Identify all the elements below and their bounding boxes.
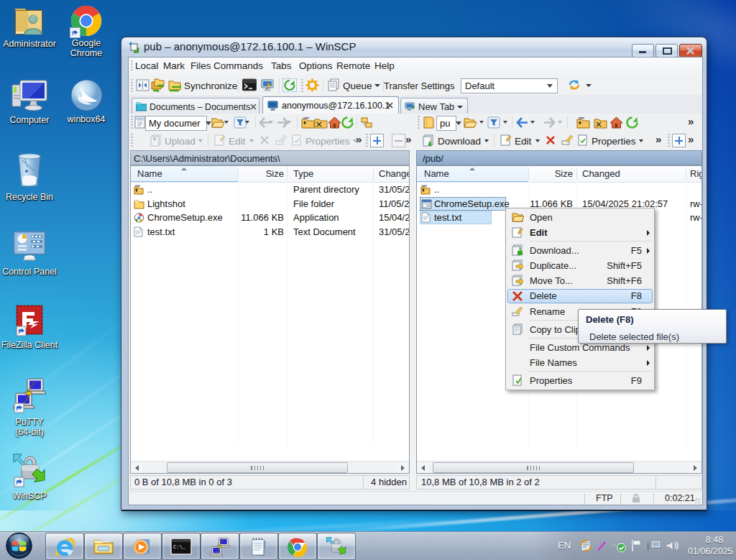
- svg-text:C:\_: C:\_: [173, 544, 186, 550]
